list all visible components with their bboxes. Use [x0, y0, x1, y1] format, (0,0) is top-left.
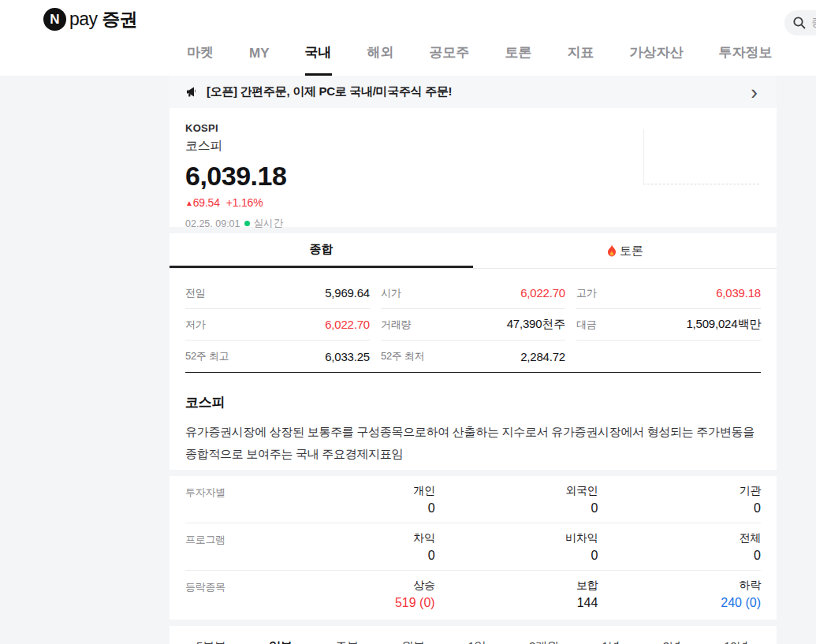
search-icon [792, 16, 807, 30]
col-value: 0 [598, 501, 761, 516]
tab-discussion[interactable]: 토론 [473, 233, 777, 268]
logo-pay-text: pay [69, 9, 98, 30]
quote-row: 전일 5,969.64 시가 6,022.70 고가 6,039.18 [185, 277, 761, 309]
nav-item-crypto[interactable]: 가상자산 [630, 43, 684, 76]
realtime-label: 실시간 [254, 217, 284, 230]
quote-value: 5,969.64 [325, 286, 370, 300]
nav-item-invest-info[interactable]: 투자정보 [719, 43, 773, 76]
quote-cell-52w-high: 52주 최고 6,033.25 [185, 341, 370, 372]
quote-cell-volume: 거래량 47,390천주 [381, 309, 565, 341]
col-value: 0 [272, 549, 435, 563]
quote-cell-open: 시가 6,022.70 [381, 277, 565, 309]
quote-label: 고가 [576, 286, 596, 300]
col-value: 240 (0) [598, 596, 761, 610]
period-tab-3months[interactable]: 3개월 [529, 639, 558, 644]
investor-row-program: 프로그램 차익 0 비차익 0 전체 0 [185, 523, 761, 571]
quote-label: 시가 [381, 286, 401, 300]
index-description-section: 코스피 유가증권시장에 상장된 보통주를 구성종목으로하여 산출하는 지수로서 … [170, 373, 777, 470]
description-title: 코스피 [185, 393, 761, 411]
period-tab-10years[interactable]: 10년 [724, 639, 748, 644]
period-tab-5min[interactable]: 5분봉 [196, 639, 225, 644]
nav-item-my[interactable]: MY [249, 46, 270, 76]
period-tab-daily[interactable]: 일봉 [269, 639, 292, 644]
quote-value: 6,039.18 [716, 286, 761, 300]
timestamp: 02.25. 09:01 [185, 218, 240, 229]
npay-securities-logo[interactable]: N pay 증권 [43, 7, 137, 32]
adv-col-unchanged: 보합 144 [435, 579, 598, 610]
col-name: 비차익 [435, 531, 598, 545]
index-change: ▲69.54+1.16% [185, 196, 761, 209]
quote-table: 전일 5,969.64 시가 6,022.70 고가 6,039.18 저가 6… [170, 269, 777, 373]
flame-icon [606, 244, 617, 257]
quote-label: 52주 최저 [381, 349, 424, 363]
col-name: 개인 [272, 484, 435, 498]
col-name: 외국인 [435, 484, 598, 498]
investor-table: 투자자별 개인 0 외국인 0 기관 0 프로그램 차익 0 비차익 0 [170, 476, 777, 620]
up-arrow-icon: ▲ [185, 199, 193, 207]
search-input[interactable]: 종 [784, 10, 816, 35]
quote-value: 6,022.70 [520, 286, 565, 300]
search-partial-text: 종 [811, 16, 816, 30]
tab-discussion-label: 토론 [620, 244, 643, 259]
quote-cell-empty [576, 341, 761, 372]
quote-label: 저가 [185, 318, 205, 332]
description-text: 유가증권시장에 상장된 보통주를 구성종목으로하여 산출하는 지수로서 유가증권… [185, 421, 761, 465]
announcement-banner[interactable]: [오픈] 간편주문, 이제 PC로 국내/미국주식 주문! › [170, 76, 777, 108]
col-name: 기관 [598, 484, 761, 498]
period-tab-weekly[interactable]: 주봉 [335, 639, 358, 644]
investor-row-label: 등락종목 [185, 579, 272, 610]
col-value: 144 [435, 596, 598, 610]
mini-chart-placeholder [643, 129, 759, 184]
section-divider [170, 470, 777, 476]
realtime-dot-icon [244, 221, 250, 226]
col-name: 보합 [435, 579, 598, 593]
section-divider [170, 620, 777, 626]
col-name: 상승 [272, 579, 435, 593]
investor-row-advance-decline: 등락종목 상승 519 (0) 보합 144 하락 240 (0) [185, 571, 761, 617]
quote-value: 6,022.70 [325, 318, 370, 331]
col-name: 차익 [272, 531, 435, 545]
quote-cell-prev-close: 전일 5,969.64 [185, 277, 370, 309]
period-tab-3years[interactable]: 3년 [663, 639, 681, 644]
index-summary-section: KOSPI 코스피 6,039.18 ▲69.54+1.16% 02.25. 0… [170, 108, 777, 227]
col-name: 하락 [598, 579, 761, 593]
col-value: 0 [435, 501, 598, 516]
quote-label: 52주 최고 [185, 349, 229, 363]
megaphone-icon [185, 85, 199, 99]
nav-item-discussion[interactable]: 토론 [505, 43, 532, 76]
quote-cell-low: 저가 6,022.70 [185, 309, 370, 341]
quote-cell-high: 고가 6,039.18 [576, 277, 761, 309]
nav-item-ipo[interactable]: 공모주 [430, 43, 470, 76]
logo-suffix-text: 증권 [102, 7, 137, 32]
tab-summary[interactable]: 종합 [170, 233, 473, 268]
period-tab-monthly[interactable]: 월봉 [401, 639, 424, 644]
quote-cell-52w-low: 52주 최저 2,284.72 [381, 341, 565, 372]
nav-item-domestic[interactable]: 국내 [305, 43, 332, 76]
main-content: [오픈] 간편주문, 이제 PC로 국내/미국주식 주문! › KOSPI 코스… [170, 76, 777, 644]
investor-row-label: 투자자별 [185, 484, 272, 516]
investor-col-foreign: 외국인 0 [435, 484, 598, 516]
banner-text: [오픈] 간편주문, 이제 PC로 국내/미국주식 주문! [207, 84, 743, 99]
program-col-total: 전체 0 [598, 531, 761, 563]
quote-value: 47,390천주 [507, 317, 565, 332]
quote-row: 52주 최고 6,033.25 52주 최저 2,284.72 [185, 341, 761, 373]
quote-cell-amount: 대금 1,509,024백만 [576, 309, 761, 341]
top-header: N pay 증권 종 마켓 MY 국내 해외 공모주 토론 지표 가상자산 투자… [0, 0, 816, 76]
period-tab-1day[interactable]: 1일 [468, 639, 486, 644]
col-value: 0 [435, 549, 598, 563]
nav-item-overseas[interactable]: 해외 [367, 43, 394, 76]
main-navigation: 마켓 MY 국내 해외 공모주 토론 지표 가상자산 투자정보 [187, 0, 773, 76]
index-timestamp-row: 02.25. 09:01 실시간 [185, 217, 761, 230]
quote-value: 1,509,024백만 [686, 317, 761, 332]
chart-period-tabs: 5분봉 일봉 주봉 월봉 1일 3개월 1년 3년 10년 [170, 626, 777, 644]
col-value: 519 (0) [272, 596, 435, 610]
naver-n-icon: N [43, 8, 66, 31]
nav-item-indicators[interactable]: 지표 [568, 43, 594, 76]
period-tab-1year[interactable]: 1년 [602, 639, 620, 644]
investor-col-institution: 기관 0 [598, 484, 761, 516]
program-col-non-arbitrage: 비차익 0 [435, 531, 598, 563]
col-value: 0 [598, 549, 761, 563]
quote-label: 거래량 [381, 318, 411, 332]
nav-item-market[interactable]: 마켓 [187, 43, 214, 76]
investor-row-label: 프로그램 [185, 531, 272, 563]
